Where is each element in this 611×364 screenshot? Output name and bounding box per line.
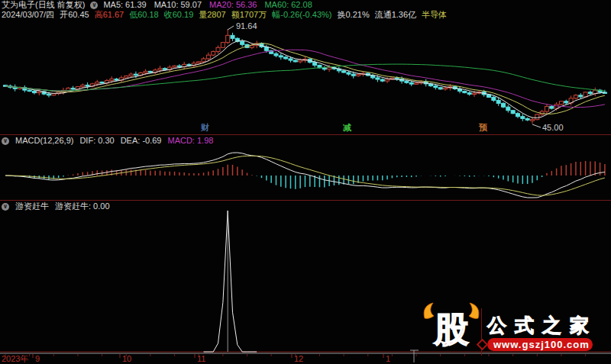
collapse-main-icon[interactable]: ∨ — [90, 2, 98, 9]
quote-stat: 低60.18 — [129, 10, 159, 20]
signal-spike — [204, 211, 257, 352]
timeline-label: 12 — [294, 354, 303, 363]
ma-value: MA60: 62.08 — [264, 0, 312, 10]
logo-divider — [481, 308, 482, 356]
logo-bull-mark: 股 — [422, 304, 477, 357]
macd-chart-canvas[interactable] — [0, 146, 611, 199]
timeline-labels: 2023年91011121 — [2, 354, 390, 363]
timeline-slider-handle[interactable] — [410, 350, 419, 362]
macd-dea-value: DEA: -0.69 — [121, 136, 162, 146]
macd-title: MACD(12,26,9) — [15, 136, 73, 146]
event-flag[interactable]: 预 — [479, 122, 487, 134]
ma-lines — [5, 40, 605, 118]
candlestick-chart-canvas[interactable]: 91.64 45.00 — [0, 20, 611, 134]
macd-macd-value: MACD: 1.98 — [167, 136, 213, 146]
quote-stat: 半导体 — [422, 10, 447, 20]
price-annotations: 91.64 45.00 — [228, 21, 564, 132]
low-annotation-arrow — [532, 124, 541, 127]
timeline-label: 10 — [122, 354, 131, 363]
ma-value: MA20: 56.36 — [209, 0, 257, 10]
quote-info-row: 2024/03/07/四开60.45高61.67低60.18收60.19量280… — [2, 10, 447, 20]
low-annotation-label: 45.00 — [542, 123, 564, 132]
high-annotation-label: 91.64 — [236, 21, 257, 31]
macd-dif-dea-lines — [5, 153, 605, 198]
quote-stat: 2024/03/07/四 — [2, 10, 54, 20]
ma-values-row: MA5: 61.39MA10: 59.07MA20: 56.36MA60: 62… — [103, 0, 312, 10]
sub-panel-divider — [0, 200, 611, 201]
quote-stat: 流通1.36亿 — [375, 10, 416, 20]
quote-stat: 高61.67 — [95, 10, 124, 20]
macd-panel-header: ∨ MACD(12,26,9) DIF: 0.30 DEA: -0.69 MAC… — [2, 136, 213, 146]
quote-stat: 幅-0.26(-0.43%) — [272, 10, 331, 20]
ma-value: MA10: 59.07 — [154, 0, 202, 10]
gszj-logo[interactable]: 股 公式之家 www.gszj100.com — [422, 304, 597, 357]
quote-stat: 收60.19 — [164, 10, 194, 20]
stock-title: 艾为电子(日线 前复权) — [2, 0, 85, 10]
logo-site-url[interactable]: www.gszj100.com — [487, 338, 593, 351]
quote-stat: 额1707万 — [231, 10, 267, 20]
stock-app-window: 艾为电子(日线 前复权) ∨ MA5: 61.39MA10: 59.07MA20… — [0, 0, 611, 364]
ma-value: MA5: 61.39 — [103, 0, 146, 10]
logo-gu-character: 股 — [422, 308, 481, 351]
timeline-label: 9 — [35, 354, 40, 363]
chart-title-row: 艾为电子(日线 前复权) ∨ MA5: 61.39MA10: 59.07MA20… — [2, 0, 312, 10]
logo-site-name: 公式之家 — [487, 316, 597, 336]
quote-stat: 换0.21% — [337, 10, 369, 20]
event-flag[interactable]: 减 — [343, 122, 351, 134]
timeline-label: 1 — [386, 354, 390, 363]
macd-dif-value: DIF: 0.30 — [79, 136, 114, 146]
collapse-macd-icon[interactable]: ∨ — [2, 137, 9, 145]
macd-panel-divider — [0, 134, 611, 135]
timeline-label: 11 — [197, 354, 205, 363]
quote-stat: 开60.45 — [60, 10, 89, 20]
timeline-label: 2023年 — [2, 354, 28, 363]
quote-stat: 量2807 — [199, 10, 225, 20]
event-flag[interactable]: 财 — [201, 122, 209, 134]
high-annotation-arrow — [228, 26, 234, 30]
